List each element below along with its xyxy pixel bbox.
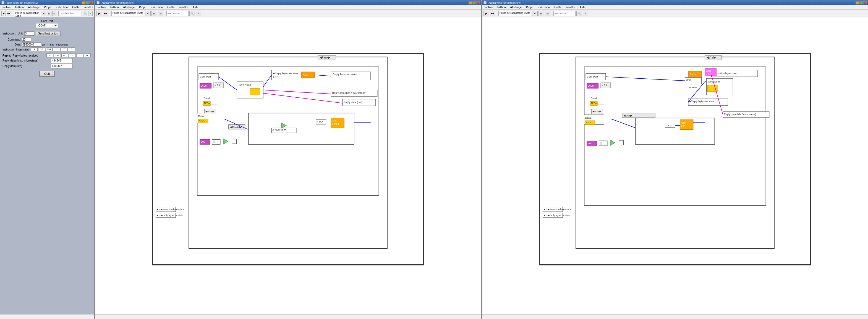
svg-text:Reply bytes received: Reply bytes received (333, 73, 357, 76)
com-port-select[interactable]: COM4 (36, 23, 58, 28)
d2-search-button[interactable]: 🔍 (576, 11, 582, 16)
menu-fichier[interactable]: Fichier (1, 5, 12, 9)
panel-title-left: ⬜ Face-avant de testpanel.vi (1, 1, 38, 4)
d1-toolbar-btn3[interactable]: ⊡ (158, 11, 163, 16)
svg-text:Send: Send (204, 97, 210, 100)
svg-text:■Reply bytes received: ■Reply bytes received (273, 72, 299, 75)
d2-toolbar-sep1 (497, 11, 497, 16)
svg-text:9600: 9600 (588, 84, 593, 87)
d2-minimize-button[interactable]: _ (856, 1, 859, 4)
toolbar-btn2[interactable]: ⊞ (47, 11, 52, 16)
font-selector[interactable]: Police de l'application 15pts (14, 11, 41, 16)
command-input[interactable] (22, 38, 31, 42)
d1-toolbar-btn2[interactable]: ⊞ (152, 11, 157, 16)
run-cont-button[interactable]: ▶▶ (7, 11, 11, 16)
reply-section: Reply: Reply bytes received Reply data (… (2, 54, 92, 68)
d2-toolbar-btn2[interactable]: ⊞ (538, 11, 544, 16)
menu-projet[interactable]: Projet (43, 5, 52, 9)
reply-byte-2 (61, 54, 68, 58)
byte-1[interactable] (38, 47, 45, 51)
d2-menu-affichage[interactable]: Affichage (509, 5, 523, 9)
menu-affichage[interactable]: Affichage (27, 5, 41, 9)
d2-font-selector[interactable]: Police de l'application 15pts (498, 11, 531, 16)
byte-3[interactable] (53, 47, 60, 51)
diagram2-svg: ◀Vrai▶ Instruction bytes sent Caché Writ… (483, 17, 868, 314)
panel-content: Com Port COM4 Instruction: Unit Send Ins… (0, 17, 94, 314)
instruction-section: Instruction: Unit Send Instruction Comma… (2, 31, 92, 51)
quit-button[interactable]: Quit (39, 71, 55, 77)
diagram1-toolbar: ▶ ▶▶ Police de l'application 15pts A ⊞ ⊡… (95, 10, 481, 17)
d1-search-input[interactable] (166, 11, 189, 16)
panel-statusbar (0, 314, 94, 319)
d1-menu-execution[interactable]: Exécution (150, 5, 164, 9)
d1-menu-outils[interactable]: Outils (166, 5, 176, 9)
d2-search-input[interactable] (553, 11, 576, 16)
menu-execution[interactable]: Exécution (55, 5, 69, 9)
unit-input[interactable] (24, 31, 34, 36)
menu-outils[interactable]: Outils (71, 5, 81, 9)
diagram1-titlebar: ⬜ Diagramme de testpanel.vi _ □ × (95, 0, 481, 5)
svg-text:Sorted: Sorted (332, 122, 339, 125)
d2-menu-outils[interactable]: Outils (553, 5, 562, 9)
d2-menu-edition[interactable]: Édition (496, 5, 507, 9)
byte-0[interactable] (31, 47, 38, 51)
svg-text:N.T.A: N.T.A (215, 84, 221, 87)
d2-run-cont-button[interactable]: ▶▶ (490, 11, 495, 16)
help-button[interactable]: ? (88, 11, 93, 16)
data-input[interactable] (22, 42, 41, 47)
svg-text:L T.A.: L T.A. (706, 73, 712, 75)
d1-menu-edition[interactable]: Édition (109, 5, 120, 9)
svg-text:1330: 1330 (317, 120, 323, 123)
d1-menu-projet[interactable]: Projet (138, 5, 147, 9)
d1-search-button[interactable]: 🔍 (189, 11, 195, 16)
d1-run-button[interactable]: ▶ (96, 11, 102, 16)
d2-close-button[interactable]: × (863, 1, 867, 4)
d1-minimize-button[interactable]: _ (469, 1, 472, 4)
d2-toolbar-btn3[interactable]: ⊡ (545, 11, 550, 16)
diagram2-title-left: ⬜ Diagramme de testpanel.vi (484, 1, 521, 4)
d1-menu-fenetre[interactable]: Fenêtre (178, 5, 189, 9)
d2-menu-projet[interactable]: Projet (525, 5, 534, 9)
run-button[interactable]: ▶ (1, 11, 6, 16)
d1-font-selector[interactable]: Police de l'application 15pts (112, 11, 144, 16)
d1-toolbar-btn1[interactable]: A (145, 11, 151, 16)
d2-menu-fichier[interactable]: Fichier (484, 5, 494, 9)
d1-close-button[interactable]: × (476, 1, 479, 4)
svg-text:L T.A.: L T.A. (273, 76, 279, 78)
svg-text:Data: Data (585, 116, 591, 119)
d2-toolbar-btn1[interactable]: A (532, 11, 538, 16)
toolbar-btn3[interactable]: ⊡ (52, 11, 57, 16)
close-button[interactable]: × (89, 1, 93, 4)
d1-menu-aide[interactable]: Aide (192, 5, 199, 9)
d2-maximize-button[interactable]: □ (860, 1, 863, 4)
d2-help-button[interactable]: ? (583, 11, 588, 16)
byte-4[interactable] (61, 47, 67, 51)
reply-um-value (51, 64, 73, 68)
menu-fenetre[interactable]: Fenêtre (83, 5, 94, 9)
search-input[interactable] (60, 11, 82, 16)
svg-text:■Reply bytes received: ■Reply bytes received (689, 100, 715, 103)
diagram1-win-controls: _ □ × (469, 1, 479, 4)
d1-run-cont-button[interactable]: ▶▶ (103, 11, 108, 16)
d2-run-button[interactable]: ▶ (484, 11, 489, 16)
minimize-button[interactable]: _ (82, 1, 85, 4)
svg-rect-107 (636, 118, 715, 145)
d2-menu-execution[interactable]: Exécution (536, 5, 551, 9)
toolbar-btn1[interactable]: A (42, 11, 46, 16)
d1-menu-fichier[interactable]: Fichier (96, 5, 107, 9)
diagram2-menubar: Fichier Édition Affichage Projet Exécuti… (483, 5, 868, 10)
d2-menu-fenetre[interactable]: Fenêtre (565, 5, 576, 9)
d2-menu-aide[interactable]: Aide (579, 5, 586, 9)
send-instruction-button[interactable]: Send Instruction (36, 31, 61, 36)
d1-menu-affichage[interactable]: Affichage (122, 5, 136, 9)
instruction-row: Instruction: Unit Send Instruction (2, 31, 92, 36)
search-button[interactable]: 🔍 (83, 11, 87, 16)
d1-maximize-button[interactable]: □ (472, 1, 476, 4)
d1-help-button[interactable]: ? (196, 11, 201, 16)
maximize-button[interactable]: □ (85, 1, 89, 4)
menu-edition[interactable]: Édition (14, 5, 25, 9)
byte-2[interactable] (45, 47, 53, 51)
panel-title: Face-avant de testpanel.vi (5, 1, 38, 4)
svg-text:Caché: Caché (690, 73, 697, 76)
byte-5[interactable] (68, 47, 75, 51)
